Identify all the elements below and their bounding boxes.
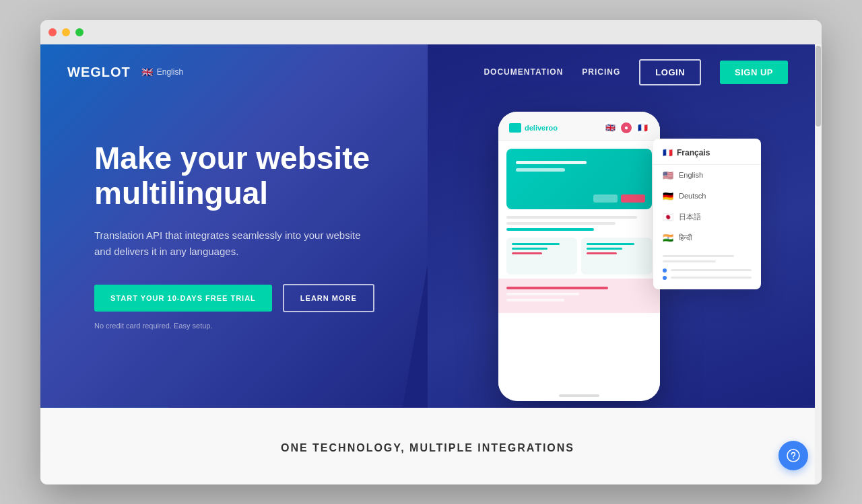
lang-flag-hindi: 🇮🇳 [663,233,673,243]
hero-visuals: deliveroo 🇬🇧 ● 🇫🇷 [478,98,761,408]
dropdown-line-2 [663,260,716,262]
help-button[interactable] [778,441,808,470]
content-line-1 [506,216,637,219]
phone-hero-image [506,149,652,209]
phone-card-row [506,238,652,275]
hero-section: WEGLOT 🇬🇧 English DOCUMENTATION PRICING … [40,44,815,408]
lang-badge[interactable]: 🇬🇧 English [141,67,183,77]
hero-buttons: START YOUR 10-DAYS FREE TRIAL LEARN MORE [94,284,404,312]
flag-circles: 🇬🇧 ● 🇫🇷 [603,121,649,135]
dot-item-2 [663,276,752,280]
dropdown-header-label: Français [677,148,710,157]
phone-content-lines [506,216,652,231]
lang-dropdown-card: 🇫🇷 Français 🇺🇸 English 🇩🇪 Deutsch [653,139,761,289]
lang-flag-english: 🇺🇸 [663,170,673,180]
svg-point-1 [793,458,794,460]
lang-flag-icon: 🇬🇧 [141,67,153,77]
dot-line-1 [671,269,752,271]
hero-title: Make your website multilingual [94,141,404,212]
phone-action-bar [593,194,645,203]
lang-flag-japanese: 🇯🇵 [663,212,673,222]
lang-flag-deutsch: 🇩🇪 [663,191,673,201]
lang-item-japanese[interactable]: 🇯🇵 日本語 [653,207,761,227]
phone-card-1 [506,238,577,275]
close-button[interactable] [48,28,57,36]
phone-home-indicator [559,394,599,397]
card2-line-3 [587,252,617,254]
phone-mockup-main: deliveroo 🇬🇧 ● 🇫🇷 [498,112,660,401]
dropdown-line-1 [663,255,734,257]
lang-item-english[interactable]: 🇺🇸 English [653,165,761,186]
phone-action-btn-1 [593,194,618,203]
navbar-right: DOCUMENTATION PRICING LOGIN SIGN UP [484,59,788,85]
lang-label-hindi: हिन्दी [679,233,692,242]
phone-line-2 [516,168,565,172]
bottom-line-2 [506,293,579,295]
phone-header: deliveroo 🇬🇧 ● 🇫🇷 [498,112,660,141]
login-button[interactable]: LOGIN [639,59,701,85]
phone-card-2 [581,238,652,275]
phone-bottom-section [498,279,660,313]
phone-body [498,141,660,389]
browser-content: WEGLOT 🇬🇧 English DOCUMENTATION PRICING … [40,44,822,484]
card-line-3 [512,252,542,254]
dropdown-lines [653,248,761,268]
content-line-2 [506,222,616,225]
deliveroo-label: deliveroo [525,124,558,132]
deliveroo-logo: deliveroo [509,123,558,133]
content-line-3 [506,228,594,231]
lang-item-hindi[interactable]: 🇮🇳 हिन्दी [653,227,761,248]
lang-label: English [157,67,183,77]
dot-list [653,268,761,280]
dot-line-2 [671,277,752,279]
card-line-2 [512,248,548,250]
dot-circle-1 [663,268,667,273]
card2-line-1 [587,243,634,245]
bottom-section: ONE TECHNOLOGY, MULTIPLE INTEGRATIONS [40,408,815,484]
signup-button[interactable]: SIGN UP [720,61,788,84]
dot-circle-2 [663,276,667,280]
flag-uk: 🇬🇧 [603,121,617,135]
bottom-line-3 [506,299,564,301]
lang-item-deutsch[interactable]: 🇩🇪 Deutsch [653,186,761,207]
scrollbar-thumb[interactable] [816,46,821,127]
navbar-left: WEGLOT 🇬🇧 English [67,65,183,80]
pricing-nav-link[interactable]: PRICING [582,67,620,77]
browser-window: WEGLOT 🇬🇧 English DOCUMENTATION PRICING … [40,20,822,484]
trial-button[interactable]: START YOUR 10-DAYS FREE TRIAL [94,285,272,312]
page-wrapper: WEGLOT 🇬🇧 English DOCUMENTATION PRICING … [40,44,815,484]
deliveroo-icon [509,123,521,133]
scrollbar-track[interactable] [815,44,822,484]
lang-label-japanese: 日本語 [679,212,701,222]
hero-content: Make your website multilingual Translati… [40,100,431,357]
learn-more-button[interactable]: LEARN MORE [283,284,374,312]
svg-point-0 [787,449,799,462]
flag-red: ● [620,121,633,135]
navbar: WEGLOT 🇬🇧 English DOCUMENTATION PRICING … [40,44,815,100]
logo: WEGLOT [67,65,131,80]
flag-fr: 🇫🇷 [636,121,649,135]
dropdown-header-flag: 🇫🇷 [663,148,673,157]
lang-label-deutsch: Deutsch [679,192,706,200]
card-line-1 [512,243,560,245]
lang-label-english: English [679,171,703,179]
disclaimer-text: No credit card required. Easy setup. [94,322,404,330]
phone-action-btn-2 [621,194,645,203]
lang-dropdown-header: 🇫🇷 Français [653,148,761,165]
browser-titlebar [40,20,822,44]
minimize-button[interactable] [62,28,70,36]
phone-hero-lines [516,161,625,176]
card2-line-2 [587,248,622,250]
maximize-button[interactable] [75,28,84,36]
bottom-title: ONE TECHNOLOGY, MULTIPLE INTEGRATIONS [281,442,574,454]
bottom-line-1 [506,287,608,289]
dot-item-1 [663,268,752,273]
phone-line-1 [516,161,587,164]
docs-nav-link[interactable]: DOCUMENTATION [484,67,563,77]
hero-subtitle: Translation API that integrates seamless… [94,227,377,260]
